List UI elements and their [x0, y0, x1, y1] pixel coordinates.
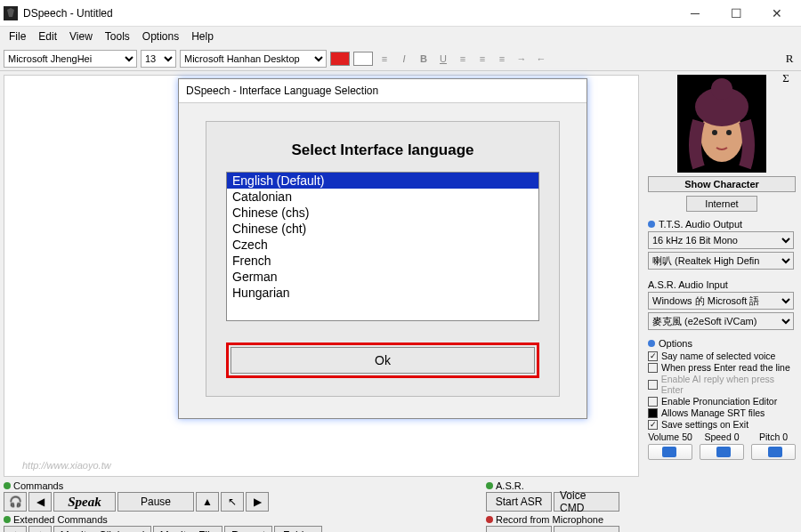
language-item[interactable]: English (Default): [227, 173, 538, 189]
menu-help[interactable]: Help: [186, 28, 219, 44]
slider-2[interactable]: Pitch 0: [751, 431, 796, 460]
menu-tools[interactable]: Tools: [100, 28, 135, 44]
monitor-clipboard-button[interactable]: Monitor Clipboard: [53, 526, 151, 532]
tts-device-select[interactable]: 喇叭 (Realtek High Defin: [648, 252, 794, 270]
menu-edit[interactable]: Edit: [33, 28, 62, 44]
slider-label: Volume 50: [648, 431, 692, 442]
color-swatch-red[interactable]: [330, 52, 350, 66]
slider-thumb[interactable]: [662, 447, 676, 457]
asr-input-label: A.S.R. Audio Input: [648, 279, 796, 290]
option-row-2[interactable]: Enable AI reply when press Enter: [648, 374, 796, 395]
start-asr-button[interactable]: Start ASR: [486, 492, 552, 512]
menu-view[interactable]: View: [64, 28, 98, 44]
font-select[interactable]: Microsoft JhengHei: [4, 50, 137, 68]
slider-track[interactable]: [700, 444, 744, 460]
option-row-0[interactable]: ✓Say name of selected voice: [648, 351, 796, 361]
record-button[interactable]: ●: [486, 526, 552, 532]
watermark-text: http://www.xiaoyo.tw: [22, 460, 111, 471]
ext-dot-icon: [4, 516, 11, 523]
underline-icon[interactable]: U: [435, 51, 451, 67]
cursor-icon: ↖: [228, 496, 237, 508]
option-row-5[interactable]: ✓Save settings on Exit: [648, 419, 796, 430]
pause-button[interactable]: Pause: [117, 492, 194, 512]
bullet-list-icon[interactable]: ≡: [376, 51, 392, 67]
language-item[interactable]: Catalonian: [227, 189, 538, 205]
language-dialog: DSpeech - Interface Language Selection S…: [178, 78, 587, 419]
slider-thumb[interactable]: [768, 447, 782, 457]
cursor-button[interactable]: ↖: [221, 492, 244, 512]
next-button[interactable]: ▶: [246, 492, 269, 512]
voice-select[interactable]: Microsoft Hanhan Desktop: [180, 50, 327, 68]
option-checkbox[interactable]: ✓: [648, 351, 658, 361]
up-button[interactable]: ▲: [196, 492, 219, 512]
folder-button[interactable]: Folder: [274, 526, 322, 532]
up-icon: ▲: [202, 496, 213, 508]
svg-point-4: [711, 78, 732, 100]
font-size-select[interactable]: 13: [141, 50, 176, 68]
ok-button[interactable]: Ok: [231, 347, 535, 374]
monitor-file-button[interactable]: Monitor File: [153, 526, 222, 532]
slider-thumb[interactable]: [716, 447, 731, 457]
menu-options[interactable]: Options: [137, 28, 184, 44]
option-row-3[interactable]: Enable Pronunciation Editor: [648, 396, 796, 407]
close-button[interactable]: ✕: [756, 0, 797, 27]
sliders-row: Volume 50Speed 0Pitch 0: [648, 431, 796, 460]
slider-0[interactable]: Volume 50: [648, 431, 692, 460]
svg-point-6: [726, 130, 732, 135]
slider-track[interactable]: [751, 444, 796, 460]
maximize-button[interactable]: ☐: [716, 0, 756, 27]
align-center-icon[interactable]: ≡: [474, 51, 490, 67]
slider-label: Pitch 0: [751, 431, 796, 442]
headphones-button[interactable]: 🎧: [4, 492, 27, 512]
option-checkbox[interactable]: [648, 408, 658, 418]
side-panel: Show Character Internet T.T.S. Audio Out…: [643, 71, 801, 480]
asr-engine-select[interactable]: Windows 的 Microsoft 語: [648, 292, 794, 310]
toolbar-r-mark[interactable]: R: [781, 52, 797, 66]
option-checkbox[interactable]: [648, 397, 658, 407]
indent-icon[interactable]: →: [514, 51, 530, 67]
slider-track[interactable]: [648, 444, 692, 460]
menu-file[interactable]: File: [4, 28, 31, 44]
asr-dot-icon: [486, 482, 493, 489]
align-right-icon[interactable]: ≡: [494, 51, 510, 67]
tts-dot-icon: [648, 221, 655, 228]
language-list[interactable]: English (Default)CatalonianChinese (chs)…: [226, 172, 539, 321]
italic-icon[interactable]: I: [396, 51, 412, 67]
language-item[interactable]: Czech: [227, 237, 538, 253]
bold-icon[interactable]: B: [416, 51, 432, 67]
star-fill-button[interactable]: ★: [28, 526, 52, 532]
stop-button[interactable]: ■: [554, 526, 619, 532]
option-row-1[interactable]: When press Enter read the line: [648, 362, 796, 373]
menu-bar: File Edit View Tools Options Help: [0, 27, 801, 46]
color-swatch-white[interactable]: [353, 52, 373, 66]
record-dot-icon: [486, 516, 493, 523]
speak-button[interactable]: Speak: [53, 492, 116, 512]
ext-commands-label: Extended Commands: [4, 514, 322, 525]
option-checkbox[interactable]: [648, 363, 658, 373]
tts-format-select[interactable]: 16 kHz 16 Bit Mono: [648, 231, 794, 249]
option-row-4[interactable]: Allows Manage SRT files: [648, 407, 796, 418]
window-title: DSpeech - Untitled: [23, 7, 675, 20]
option-label: Save settings on Exit: [661, 419, 748, 430]
recent-button[interactable]: Recent: [224, 526, 272, 532]
language-item[interactable]: Chinese (chs): [227, 205, 538, 221]
minimize-button[interactable]: ─: [675, 0, 716, 27]
language-item[interactable]: Chinese (cht): [227, 221, 538, 237]
show-character-button[interactable]: Show Character: [648, 176, 796, 192]
language-item[interactable]: German: [227, 269, 538, 285]
outdent-icon[interactable]: ←: [533, 51, 549, 67]
star-outline-button[interactable]: ☆: [4, 526, 27, 532]
slider-1[interactable]: Speed 0: [700, 431, 744, 460]
option-label: Enable Pronunciation Editor: [661, 396, 777, 407]
voice-cmd-button[interactable]: Voice CMD: [554, 492, 619, 512]
option-checkbox[interactable]: ✓: [648, 420, 658, 430]
prev-button[interactable]: ◀: [28, 492, 52, 512]
option-checkbox[interactable]: [648, 380, 658, 390]
tts-output-label: T.T.S. Audio Output: [648, 219, 796, 230]
language-item[interactable]: Hungarian: [227, 285, 538, 301]
asr-device-select[interactable]: 麥克風 (e2eSoft iVCam): [648, 312, 794, 330]
language-item[interactable]: French: [227, 253, 538, 269]
option-label: When press Enter read the line: [661, 362, 790, 373]
align-left-icon[interactable]: ≡: [455, 51, 471, 67]
internet-button[interactable]: Internet: [686, 196, 757, 212]
